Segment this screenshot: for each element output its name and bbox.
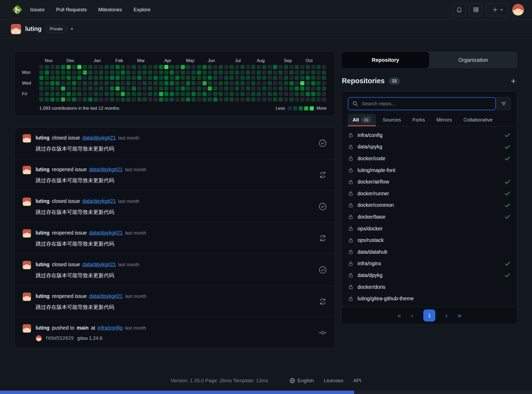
- feed-target-link[interactable]: data/dpykg#21: [89, 230, 123, 236]
- pagination-last-button[interactable]: »: [458, 312, 461, 319]
- repo-list-item[interactable]: infra/config: [348, 129, 511, 141]
- feed-issue-title[interactable]: 跳过存在版本可能导致未更新代码: [36, 145, 313, 152]
- repo-list-item[interactable]: ops/docker: [348, 223, 511, 235]
- feed-avatar[interactable]: [23, 292, 31, 301]
- feed-item-main: lutingreopened issuedata/dpykg#21last mo…: [36, 292, 313, 311]
- repo-list-item[interactable]: docker/common: [348, 199, 511, 211]
- user-avatar[interactable]: [512, 4, 524, 16]
- feed-avatar[interactable]: [23, 166, 31, 174]
- heatmap-cell: [246, 76, 250, 80]
- feed-actor-link[interactable]: luting: [36, 135, 50, 141]
- pagination-current-page[interactable]: 1: [423, 309, 435, 321]
- repo-tab-forks[interactable]: Forks: [408, 114, 430, 126]
- profile-caret-icon[interactable]: ▾: [71, 26, 73, 31]
- feed-issue-title[interactable]: 跳过存在版本可能导致未更新代码: [36, 209, 313, 216]
- heatmap-cell: [191, 76, 196, 80]
- repo-tab-all[interactable]: All31: [348, 114, 376, 126]
- heatmap-cell: [213, 86, 217, 91]
- repo-list-item[interactable]: ops/rustack: [348, 234, 511, 246]
- repo-list-item[interactable]: data/datahub: [348, 246, 511, 258]
- private-badge: Private: [46, 25, 67, 33]
- feed-actor-link[interactable]: luting: [36, 167, 50, 173]
- repo-tab-sources[interactable]: Sources: [378, 114, 406, 126]
- feed-actor-link[interactable]: luting: [36, 262, 50, 268]
- feed-target-link[interactable]: data/dpykg#21: [82, 135, 116, 141]
- notifications-button[interactable]: [453, 3, 465, 16]
- feed-avatar[interactable]: [23, 134, 31, 143]
- create-new-button[interactable]: ▾: [486, 3, 508, 16]
- feed-item-main: lutingpushed tomainatinfra/configlast mo…: [36, 324, 313, 341]
- repo-tab-mirrors[interactable]: Mirrors: [432, 114, 457, 126]
- heatmap-cell: [94, 86, 98, 91]
- commit-hash-link[interactable]: f69d552029: [45, 335, 74, 341]
- footer-api-link[interactable]: API: [353, 378, 361, 384]
- pagination-first-button[interactable]: «: [397, 312, 401, 319]
- admin-panel-button[interactable]: [469, 3, 482, 16]
- feed-issue-title[interactable]: 跳过存在版本可能导致未更新代码: [36, 240, 313, 247]
- feed-avatar[interactable]: [23, 261, 31, 269]
- footer-licenses-link[interactable]: Licenses: [324, 378, 343, 384]
- feed-actor-link[interactable]: luting: [36, 293, 50, 299]
- profile-header: luting Private ▾: [0, 20, 532, 38]
- repo-list-item[interactable]: data/spykg: [348, 141, 511, 153]
- tab-repository[interactable]: Repository: [341, 52, 430, 68]
- tab-organization[interactable]: Organization: [429, 52, 517, 68]
- heatmap-cell: [121, 81, 125, 85]
- feed-actor-link[interactable]: luting: [36, 230, 50, 236]
- heatmap-cell: [235, 86, 239, 91]
- new-repository-button[interactable]: [510, 78, 517, 85]
- heatmap-cell: [208, 86, 212, 91]
- gitea-logo-icon[interactable]: [12, 4, 23, 15]
- feed-actor-link[interactable]: luting: [36, 325, 50, 331]
- nav-link-pull-requests[interactable]: Pull Requests: [56, 7, 87, 13]
- repo-filter-button[interactable]: [497, 97, 511, 110]
- nav-link-issues[interactable]: Issues: [30, 7, 45, 13]
- feed-item-main: lutingclosed issuedata/dpykg#21last mont…: [36, 261, 313, 279]
- repo-name: luting/maple-font: [358, 167, 395, 173]
- heatmap-cell: [295, 92, 299, 96]
- heatmap-cell: [99, 97, 103, 102]
- repo-tab-collaborative[interactable]: Collaborative: [459, 114, 497, 126]
- heatmap-cell: [77, 65, 81, 69]
- repo-list-item[interactable]: docker/doris: [348, 281, 511, 293]
- profile-username[interactable]: luting: [25, 25, 42, 32]
- feed-issue-title[interactable]: 跳过存在版本可能导致未更新代码: [36, 272, 313, 279]
- feed-issue-title[interactable]: 跳过存在版本可能导致未更新代码: [36, 304, 313, 311]
- server-icon: [473, 6, 479, 13]
- feed-actor-link[interactable]: luting: [36, 198, 50, 204]
- check-icon: [504, 260, 511, 267]
- feed-issue-title[interactable]: 跳过存在版本可能导致未更新代码: [36, 177, 313, 184]
- feed-avatar[interactable]: [23, 197, 31, 206]
- repo-list-item[interactable]: docker/airflow: [348, 176, 511, 188]
- heatmap-cell: [300, 92, 304, 96]
- feed-target-link[interactable]: data/dpykg#21: [89, 167, 123, 173]
- check-icon: [504, 213, 511, 220]
- heatmap-cell: [306, 65, 310, 69]
- heatmap-cell: [284, 81, 288, 85]
- repo-list-item[interactable]: docker/runner: [348, 188, 511, 199]
- repo-tab-label: Collaborative: [463, 117, 492, 123]
- feed-avatar[interactable]: [23, 324, 31, 333]
- feed-target-link[interactable]: data/dpykg#21: [82, 198, 116, 204]
- repo-list-item[interactable]: luting/gitea-github-theme: [348, 293, 511, 304]
- footer-language-selector[interactable]: English: [289, 378, 314, 384]
- repo-list-item[interactable]: docker/code: [348, 153, 511, 164]
- heatmap-cell: [311, 97, 315, 102]
- heatmap-cell: [170, 70, 174, 75]
- repo-list-item[interactable]: data/dpykg: [348, 269, 511, 281]
- feed-avatar[interactable]: [23, 229, 31, 238]
- feed-target-link[interactable]: infra/config: [98, 325, 123, 331]
- pagination-prev-button[interactable]: ‹: [411, 312, 413, 319]
- heatmap-cell: [208, 97, 212, 102]
- repo-list-item[interactable]: infra/nginx: [348, 258, 511, 270]
- search-input[interactable]: [362, 101, 492, 107]
- feed-target-link[interactable]: data/dpykg#21: [89, 293, 123, 299]
- pagination-next-button[interactable]: ›: [445, 312, 448, 319]
- feed-target-link[interactable]: data/dpykg#21: [82, 262, 116, 268]
- repo-list-item[interactable]: luting/maple-font: [348, 164, 511, 176]
- repo-list-item[interactable]: docker/base: [348, 211, 511, 223]
- heatmap-cell: [170, 65, 174, 69]
- profile-avatar[interactable]: [11, 24, 21, 34]
- nav-link-milestones[interactable]: Milestones: [98, 7, 122, 13]
- nav-link-explore[interactable]: Explore: [134, 7, 150, 13]
